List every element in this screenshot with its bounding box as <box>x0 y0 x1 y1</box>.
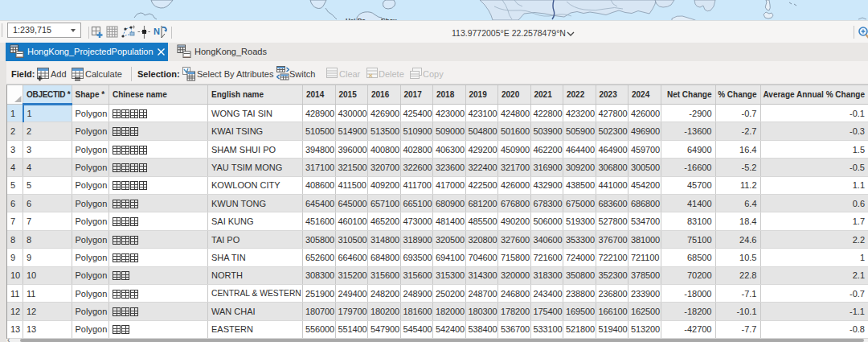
svg-text:N: N <box>154 27 160 36</box>
